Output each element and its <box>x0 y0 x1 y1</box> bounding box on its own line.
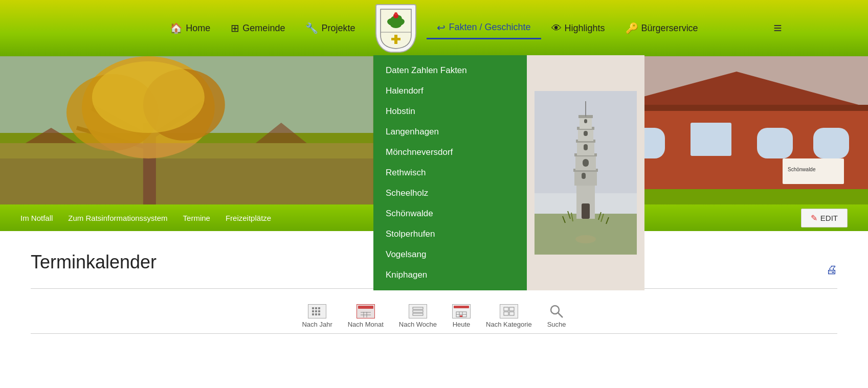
hamburger-menu[interactable]: ≡ <box>773 21 782 35</box>
nav-highlights-label: Highlights <box>565 23 605 34</box>
nav-buergerservice[interactable]: 🔑 Bürgerservice <box>615 18 708 38</box>
svg-point-43 <box>575 235 596 243</box>
svg-text:Schönwalde: Schönwalde <box>788 167 816 172</box>
dropdown-item-hobstin[interactable]: Hobstin <box>373 101 527 122</box>
nav-gemeinde-label: Gemeinde <box>242 23 285 34</box>
dropdown-items-list: Daten Zahlen Fakten Halendorf Hobstin La… <box>373 55 527 290</box>
edit-label: EDIT <box>820 214 838 222</box>
dropdown-item-halendorf[interactable]: Halendorf <box>373 81 527 101</box>
svg-rect-60 <box>584 119 587 123</box>
cal-month-redbar <box>358 306 373 309</box>
cal-tool-week[interactable]: Nach Woche <box>399 304 437 328</box>
hero-left-image <box>0 56 373 204</box>
svg-rect-61 <box>582 203 590 219</box>
svg-rect-88 <box>460 315 462 317</box>
logo-shield <box>375 4 416 53</box>
nav-gemeinde[interactable]: ⊞ Gemeinde <box>220 18 295 38</box>
page-title: Terminkalender <box>31 252 157 273</box>
dropdown-item-vogelsang[interactable]: Vogelsang <box>373 244 527 265</box>
cal-year-label: Nach Jahr <box>302 321 332 328</box>
week-grid-icon <box>412 307 424 316</box>
dropdown-item-rethwisch[interactable]: Rethwisch <box>373 163 527 183</box>
cal-suche-label: Suche <box>547 321 566 328</box>
cal-tool-today[interactable]: Heute <box>452 304 471 328</box>
svg-point-19 <box>92 61 205 133</box>
edit-icon: ✎ <box>811 213 817 223</box>
cal-week-label: Nach Woche <box>399 321 437 328</box>
dropdown-tower-image <box>527 55 644 290</box>
svg-point-93 <box>551 306 559 314</box>
cal-month-label: Nach Monat <box>348 321 384 328</box>
cal-today-label: Heute <box>453 321 471 328</box>
cal-tool-kategorie[interactable]: Nach Kategorie <box>486 304 532 328</box>
kategorie-icon <box>503 307 515 316</box>
cal-tool-month[interactable]: Nach Monat <box>348 304 384 328</box>
svg-rect-68 <box>312 307 314 309</box>
cal-month-icon <box>357 304 375 318</box>
svg-rect-58 <box>584 144 588 150</box>
dropdown-item-scheelholz[interactable]: Scheelholz <box>373 183 527 203</box>
svg-rect-7 <box>391 38 400 40</box>
nav-home[interactable]: 🏠 Home <box>160 18 220 38</box>
dropdown-item-moenchneversdorf[interactable]: Mönchneversdorf <box>373 142 527 163</box>
svg-rect-42 <box>535 214 637 255</box>
svg-rect-57 <box>583 159 589 167</box>
svg-rect-92 <box>509 312 514 315</box>
quick-link-ratsinformation[interactable]: Zum Ratsinformationssystem <box>68 214 167 222</box>
cal-today-icon <box>452 304 471 318</box>
svg-rect-81 <box>413 307 423 309</box>
svg-rect-35 <box>757 128 793 158</box>
svg-rect-34 <box>691 123 731 156</box>
year-grid-icon <box>311 307 323 316</box>
fakten-dropdown: Daten Zahlen Fakten Halendorf Hobstin La… <box>373 55 644 290</box>
quick-link-freizeit[interactable]: Freizeitplätze <box>226 214 271 222</box>
highlights-icon: 👁 <box>551 22 562 34</box>
svg-rect-90 <box>509 307 514 311</box>
svg-rect-73 <box>318 310 320 312</box>
cal-year-icon <box>308 304 326 318</box>
cal-kategorie-label: Nach Kategorie <box>486 321 532 328</box>
svg-rect-20 <box>0 143 373 204</box>
cal-week-icon <box>409 304 427 318</box>
cal-kategorie-icon <box>500 304 518 318</box>
fakten-icon: ↩ <box>437 21 446 34</box>
nav-fakten-label: Fakten / Geschichte <box>449 22 530 33</box>
dropdown-item-daten[interactable]: Daten Zahlen Fakten <box>373 60 527 81</box>
svg-rect-83 <box>413 313 423 315</box>
calendar-toolbar: Nach Jahr Nach Monat <box>31 299 837 333</box>
svg-rect-76 <box>318 313 320 315</box>
dropdown-item-schoenewalde[interactable]: Schönwalde <box>373 203 527 224</box>
search-icon <box>549 304 564 318</box>
today-cal-icon <box>456 308 467 317</box>
svg-rect-72 <box>315 310 317 312</box>
nav-projekte-label: Projekte <box>321 23 355 34</box>
today-red-bar <box>454 306 469 308</box>
dropdown-item-kniphagen[interactable]: Kniphagen <box>373 265 527 285</box>
quick-link-termine[interactable]: Termine <box>183 214 210 222</box>
svg-rect-70 <box>318 307 320 309</box>
quick-link-notfall[interactable]: Im Notfall <box>20 214 53 222</box>
svg-rect-71 <box>312 310 314 312</box>
svg-rect-69 <box>315 307 317 309</box>
svg-rect-74 <box>312 313 314 315</box>
dropdown-item-langenhagen[interactable]: Langenhagen <box>373 122 527 142</box>
projekte-icon: 🔧 <box>305 22 318 34</box>
edit-button[interactable]: ✎ EDIT <box>801 209 848 227</box>
home-icon: 🏠 <box>170 22 183 34</box>
nav-fakten[interactable]: ↩ Fakten / Geschichte <box>427 17 541 39</box>
print-icon[interactable]: 🖨 <box>826 263 837 277</box>
nav-highlights[interactable]: 👁 Highlights <box>541 18 615 38</box>
month-grid-icon <box>360 308 371 317</box>
buergerservice-icon: 🔑 <box>626 22 638 34</box>
svg-rect-36 <box>813 128 849 158</box>
dropdown-item-stolperhufen[interactable]: Stolperhufen <box>373 224 527 244</box>
svg-line-94 <box>558 313 563 317</box>
site-header: 🏠 Home ⊞ Gemeinde 🔧 Projekte <box>0 0 868 56</box>
svg-rect-55 <box>585 101 586 117</box>
nav-projekte[interactable]: 🔧 Projekte <box>295 18 365 38</box>
svg-point-5 <box>394 12 397 15</box>
site-logo <box>365 4 427 53</box>
gemeinde-icon: ⊞ <box>231 22 239 34</box>
cal-tool-year[interactable]: Nach Jahr <box>302 304 332 328</box>
cal-tool-suche[interactable]: Suche <box>547 304 566 328</box>
